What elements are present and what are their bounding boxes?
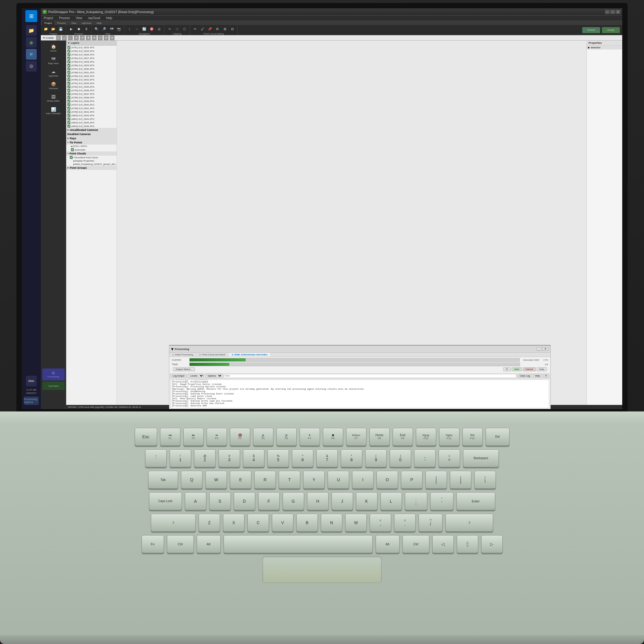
map-btn[interactable]: 🗺 (108, 26, 115, 32)
proc-minimize-btn[interactable]: _ (536, 347, 542, 351)
pce-btn4[interactable]: ⚙ (214, 26, 221, 32)
layer-display-props[interactable]: ▶ Display Properties (66, 159, 117, 162)
key-right[interactable]: ▷ (481, 535, 503, 553)
layer-item-2[interactable]: (4783) DJI_0926.JPG (66, 53, 117, 56)
run-btn[interactable]: ▶ (68, 26, 75, 32)
menu-raycloud[interactable]: rayCloud (87, 16, 101, 20)
key-k[interactable]: K (356, 492, 377, 510)
proc-close-btn[interactable]: ✕ (542, 347, 549, 351)
nav-btn5[interactable]: ◎ (156, 26, 162, 32)
key-fn[interactable]: Fn (142, 535, 164, 553)
new-project-btn[interactable]: 📁 (43, 26, 49, 32)
layer-item-8[interactable]: (4789) DJI_0932.JPG (66, 74, 117, 78)
tab-process[interactable]: Process (55, 21, 68, 25)
key-f1[interactable]: ⏮F1 (160, 428, 180, 446)
clip-btn1[interactable]: ✂ (166, 26, 173, 32)
category-uncalibrated[interactable]: ▶ Uncalibrated Cameras (66, 128, 117, 132)
key-ins[interactable]: InsF12 (462, 428, 483, 446)
category-pointclouds[interactable]: ▾ Point Clouds (66, 151, 117, 156)
pce-btn5[interactable]: ⊞ (222, 26, 228, 32)
clip-btn2[interactable]: □ (174, 26, 180, 32)
key-end[interactable]: EndF9 (393, 428, 413, 446)
layer-item-21[interactable]: (4802) DJI_0945.JPG (66, 121, 117, 124)
layer-gcps[interactable]: ▶ GCPs / MTPs (66, 145, 117, 148)
category-disabled[interactable]: Disabled Cameras (66, 132, 117, 136)
key-6[interactable]: ^6 (292, 449, 313, 467)
layer-item-19[interactable]: (4800) DJI_0943.JPG (66, 114, 117, 117)
key-alt-left[interactable]: Alt (197, 535, 221, 553)
stop-btn[interactable]: ⏹ (75, 26, 82, 32)
key-e[interactable]: E (230, 471, 251, 489)
key-1[interactable]: !1 (170, 449, 191, 467)
clip-btn3[interactable]: ⬡ (181, 26, 188, 32)
key-z[interactable]: Z (199, 514, 220, 532)
layer-item-0[interactable]: (4781) DJI_0924.JPG (66, 46, 117, 49)
create-icon-3[interactable]: ○ (68, 35, 73, 40)
pce-btn2[interactable]: 🖊 (199, 26, 206, 32)
log-output-btn[interactable]: Log Output (42, 382, 65, 390)
sidebar-home[interactable]: 🏠 Home (42, 42, 65, 54)
key-ctrl-right[interactable]: Ctrl (403, 535, 429, 553)
start-button[interactable]: ⊞ (25, 10, 37, 22)
taskbar-options[interactable]: Processing Options (24, 397, 39, 405)
cancel-btn[interactable]: Cancel (523, 367, 536, 371)
taskbar-explorer[interactable]: 📁 (26, 25, 37, 36)
key-caps[interactable]: Caps Lock (149, 492, 182, 510)
key-quote[interactable]: "' (430, 492, 453, 510)
camera-btn[interactable]: 📷 (116, 26, 122, 32)
menu-process[interactable]: Process (58, 16, 71, 20)
layer-automatic[interactable]: Automatic (66, 148, 117, 151)
key-5[interactable]: %5 (267, 449, 289, 467)
default-btn[interactable]: Default (582, 27, 600, 33)
sidebar-index[interactable]: 📊 Index Calculator (42, 105, 65, 117)
key-9[interactable]: (9 (365, 449, 387, 467)
key-f6[interactable]: 🔊F6 (276, 428, 297, 446)
key-esc[interactable]: Esc (135, 428, 157, 446)
layer-item-15[interactable]: (4796) DJI_0939.JPG (66, 99, 117, 103)
key-r[interactable]: R (254, 471, 276, 489)
create-icon-5[interactable]: ⊗ (80, 35, 85, 40)
log-close-btn[interactable]: ✕ (543, 374, 549, 378)
levels-dropdown[interactable]: Levels (188, 374, 204, 378)
taskbar-language[interactable]: ENG (26, 376, 37, 386)
key-pgdn[interactable]: PgDnF11 (439, 428, 459, 446)
menu-project[interactable]: Project (43, 16, 54, 20)
proc-tab-3[interactable]: 3. DSM, Orthomosaic and Index (229, 353, 271, 357)
key-n[interactable]: N (321, 514, 342, 532)
pce-btn3[interactable]: 📌 (207, 26, 213, 32)
category-tiepoints[interactable]: ▾ Tie Points (66, 140, 117, 145)
key-space[interactable] (224, 535, 373, 553)
key-f5[interactable]: 🔉F5 (253, 428, 273, 446)
layer-densified[interactable]: ▾ Densified Point Cloud (66, 156, 117, 159)
filter-input[interactable] (224, 374, 516, 378)
tab-project[interactable]: Project (42, 21, 54, 25)
pause-btn[interactable]: ⏸ (83, 26, 89, 32)
key-period[interactable]: >. (394, 514, 416, 532)
key-f3[interactable]: ⏯F3 (207, 428, 227, 446)
menu-help[interactable]: Help (105, 16, 114, 20)
create-icon-7[interactable]: ⊞ (92, 35, 97, 40)
category-pointgroups[interactable]: ▶ Point Groups (66, 166, 117, 170)
key-home[interactable]: HomeF8 (369, 428, 390, 446)
create-icon-1[interactable]: □ (56, 35, 61, 40)
key-a[interactable]: A (185, 492, 206, 510)
menu-view[interactable]: View (75, 16, 83, 20)
minimize-button[interactable]: ─ (605, 10, 610, 14)
nav-btn2[interactable]: ↔ (134, 26, 140, 32)
create-icon-8[interactable]: ⊡ (98, 35, 103, 40)
open-btn[interactable]: 📂 (50, 26, 57, 32)
key-u[interactable]: U (328, 471, 349, 489)
log-help-btn[interactable]: Help (533, 374, 542, 378)
category-rays[interactable]: ▶ Rays (66, 136, 117, 140)
layer-item-1[interactable]: (4782) DJI_0925.JPG (66, 49, 117, 53)
proc-tab-2[interactable]: 2. Point Cloud and Mesh (196, 353, 229, 357)
sidebar-mosaic[interactable]: 🖼 Mosaic Editor (42, 92, 65, 104)
key-pgup[interactable]: PgUpF10 (416, 428, 436, 446)
key-lbracket[interactable]: {[ (425, 471, 447, 489)
pce-btn6[interactable]: ⊟ (229, 26, 236, 32)
key-l[interactable]: L (380, 492, 402, 510)
layer-item-18[interactable]: (4799) DJI_0942.JPG (66, 110, 117, 114)
refresh-btn[interactable]: ↻ (503, 367, 511, 371)
proc-tab-1[interactable]: 1. Initial Processing (169, 353, 196, 357)
clear-log-btn[interactable]: Clear Log (518, 374, 532, 378)
